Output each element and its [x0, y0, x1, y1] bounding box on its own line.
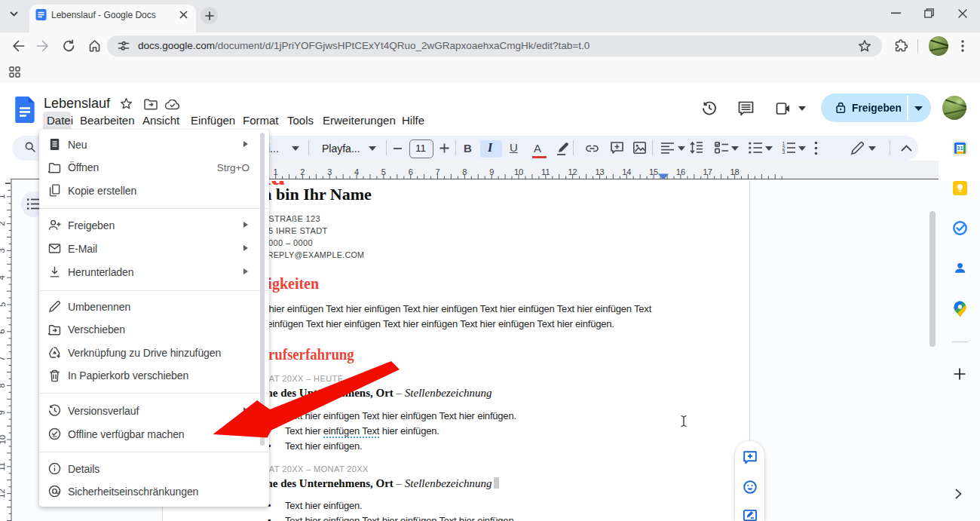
svg-text:2: 2 [0, 222, 7, 226]
svg-text:4: 4 [0, 275, 7, 280]
svg-text:3: 3 [782, 149, 786, 154]
svg-text:11: 11 [0, 462, 7, 470]
svg-text:13: 13 [595, 167, 604, 176]
svg-text:10: 10 [0, 435, 7, 444]
svg-text:6: 6 [0, 329, 7, 334]
svg-text:1: 1 [274, 167, 278, 176]
svg-text:7: 7 [0, 357, 7, 361]
svg-text:8: 8 [462, 167, 467, 176]
svg-text:4: 4 [354, 167, 359, 176]
svg-text:9: 9 [489, 167, 494, 176]
svg-text:14: 14 [622, 167, 631, 176]
svg-text:8: 8 [0, 383, 7, 388]
svg-text:18: 18 [730, 167, 739, 176]
svg-text:12: 12 [568, 167, 577, 176]
svg-text:2: 2 [300, 167, 305, 176]
svg-text:5: 5 [0, 302, 7, 307]
svg-text:1: 1 [0, 195, 7, 199]
svg-text:6: 6 [409, 167, 413, 176]
svg-text:5: 5 [381, 167, 386, 176]
svg-text:31: 31 [957, 145, 963, 152]
svg-text:10: 10 [514, 167, 523, 176]
svg-text:12: 12 [0, 489, 7, 498]
svg-text:15: 15 [649, 167, 658, 176]
svg-text:3: 3 [327, 167, 332, 176]
svg-text:16: 16 [676, 167, 685, 176]
svg-text:17: 17 [703, 167, 712, 176]
svg-text:3: 3 [0, 248, 7, 253]
svg-text:9: 9 [0, 410, 7, 415]
svg-text:11: 11 [541, 167, 550, 176]
svg-text:7: 7 [435, 167, 439, 176]
